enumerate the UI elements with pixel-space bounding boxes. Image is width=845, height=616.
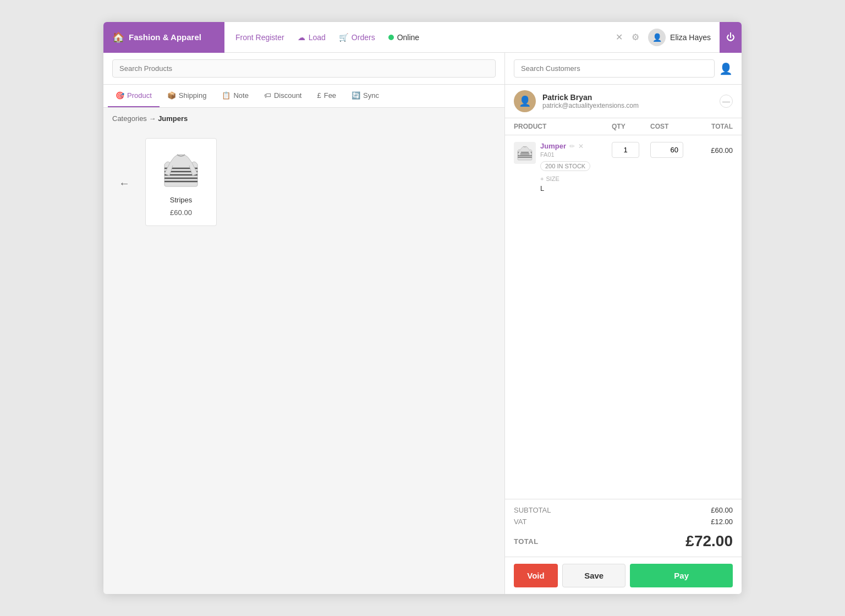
back-button[interactable]: ← (112, 171, 136, 195)
product-card-stripes[interactable]: Stripes £60.00 (145, 138, 217, 226)
product-search-input[interactable] (112, 59, 496, 78)
order-qty-cell (612, 142, 650, 158)
vat-label: VAT (514, 518, 526, 526)
vat-row: VAT £12.00 (514, 518, 733, 526)
tab-shipping[interactable]: 📦 Shipping (160, 85, 215, 107)
orders-label: Orders (352, 33, 375, 42)
shipping-tab-icon: 📦 (167, 91, 176, 100)
brand-name: Fashion & Apparel (129, 32, 201, 42)
customer-info: Patrick Bryan patrick@actualityextension… (542, 93, 713, 109)
nav-brand[interactable]: 🏠 Fashion & Apparel (103, 22, 224, 53)
customer-avatar: 👤 (514, 90, 536, 112)
header-product: Product (514, 123, 612, 130)
size-label: + SIZE (540, 175, 590, 182)
subtotal-value: £60.00 (711, 506, 733, 514)
tab-note[interactable]: 📋 Note (214, 85, 256, 107)
sync-tab-label: Sync (363, 91, 379, 100)
fee-tab-label: Fee (324, 91, 336, 100)
header-qty: Qty (612, 123, 650, 130)
pay-button[interactable]: Pay (630, 564, 733, 587)
note-tab-label: Note (233, 91, 248, 100)
fee-tab-icon: £ (317, 91, 321, 100)
power-button[interactable]: ⏻ (720, 22, 742, 53)
qty-input[interactable] (612, 142, 639, 158)
online-label: Online (397, 33, 419, 42)
user-avatar: 👤 (648, 29, 666, 46)
header-total: Total (694, 123, 733, 130)
main-layout: 🎯 Product 📦 Shipping 📋 Note 🏷 Discount £ (103, 53, 742, 594)
customer-remove-button[interactable]: — (720, 95, 733, 108)
save-button[interactable]: Save (562, 564, 625, 587)
customer-search-input[interactable] (514, 59, 715, 78)
app-container: 🏠 Fashion & Apparel Front Register ☁ Loa… (103, 22, 742, 594)
order-table-header: Product Qty Cost Total (505, 118, 742, 135)
nav-load[interactable]: ☁ Load (298, 33, 326, 42)
nav-front-register[interactable]: Front Register (235, 33, 284, 42)
customer-card: 👤 Patrick Bryan patrick@actualityextensi… (505, 85, 742, 118)
summary-section: SUBTOTAL £60.00 VAT £12.00 TOTAL £72.00 (505, 499, 742, 557)
action-buttons: Void Save Pay (505, 557, 742, 594)
order-item-sku: FA01 (540, 151, 590, 158)
user-name: Eliza Hayes (670, 33, 711, 42)
void-button[interactable]: Void (514, 564, 558, 587)
table-row: Jumper ✏ ✕ FA01 200 IN STOCK + (514, 142, 733, 193)
left-panel: 🎯 Product 📦 Shipping 📋 Note 🏷 Discount £ (103, 53, 505, 594)
cost-input[interactable] (650, 142, 683, 158)
customer-name: Patrick Bryan (542, 93, 713, 102)
nav-items: Front Register ☁ Load 🛒 Orders Online (224, 33, 607, 42)
order-cost-cell (650, 142, 694, 158)
discount-tab-label: Discount (274, 91, 302, 100)
customer-email: patrick@actualityextensions.com (542, 102, 713, 109)
customer-add-icon[interactable]: 👤 (719, 62, 733, 75)
cart-icon: 🛒 (339, 33, 348, 42)
size-section: + SIZE L (540, 175, 590, 193)
breadcrumb-base: Categories (112, 114, 147, 123)
breadcrumb: Categories → Jumpers (103, 108, 504, 129)
subtotal-label: SUBTOTAL (514, 506, 551, 514)
customer-search-bar: 👤 (505, 53, 742, 85)
sync-tab-icon: 🔄 (352, 91, 360, 100)
product-price-stripes: £60.00 (170, 208, 192, 217)
tab-product[interactable]: 🎯 Product (108, 85, 160, 107)
discount-tab-icon: 🏷 (264, 91, 271, 100)
online-status-dot (388, 35, 394, 40)
top-nav: 🏠 Fashion & Apparel Front Register ☁ Loa… (103, 22, 742, 53)
nav-right: ✕ ⚙ 👤 Eliza Hayes (607, 29, 720, 46)
tab-sync[interactable]: 🔄 Sync (344, 85, 387, 107)
nav-orders[interactable]: 🛒 Orders (339, 33, 375, 42)
right-panel: 👤 👤 Patrick Bryan patrick@actualityexten… (505, 53, 742, 594)
order-product-info: Jumper ✏ ✕ FA01 200 IN STOCK + (540, 142, 590, 193)
order-item-thumb (514, 142, 536, 164)
user-profile[interactable]: 👤 Eliza Hayes (648, 29, 711, 46)
total-amount: £72.00 (685, 532, 733, 550)
product-tab-bar: 🎯 Product 📦 Shipping 📋 Note 🏷 Discount £ (103, 85, 504, 108)
note-tab-icon: 📋 (222, 91, 231, 100)
cloud-icon: ☁ (298, 33, 305, 42)
product-image-stripes (159, 147, 203, 191)
order-item-total: £60.00 (694, 142, 733, 155)
product-tab-icon: 🎯 (116, 91, 124, 100)
order-items: Jumper ✏ ✕ FA01 200 IN STOCK + (505, 135, 742, 499)
order-item-name: Jumper (540, 142, 566, 150)
settings-icon-btn[interactable]: ⚙ (632, 32, 639, 42)
breadcrumb-current: Jumpers (158, 114, 188, 123)
tab-fee[interactable]: £ Fee (309, 85, 344, 107)
delete-icon[interactable]: ✕ (578, 142, 584, 150)
header-cost: Cost (650, 123, 694, 130)
close-icon-btn[interactable]: ✕ (616, 32, 623, 42)
vat-value: £12.00 (711, 518, 733, 526)
tab-discount[interactable]: 🏷 Discount (256, 85, 310, 107)
shipping-tab-label: Shipping (179, 91, 207, 100)
order-product-cell: Jumper ✏ ✕ FA01 200 IN STOCK + (514, 142, 612, 193)
products-grid: ← (103, 129, 504, 594)
edit-icon[interactable]: ✏ (569, 142, 575, 150)
product-name-stripes: Stripes (170, 196, 192, 204)
load-label: Load (309, 33, 326, 42)
total-row: TOTAL £72.00 (514, 530, 733, 550)
home-icon: 🏠 (112, 31, 124, 43)
breadcrumb-arrow: → (149, 114, 158, 123)
size-value: L (540, 184, 590, 193)
product-tab-label: Product (127, 91, 152, 100)
nav-online: Online (388, 33, 419, 42)
subtotal-row: SUBTOTAL £60.00 (514, 506, 733, 514)
